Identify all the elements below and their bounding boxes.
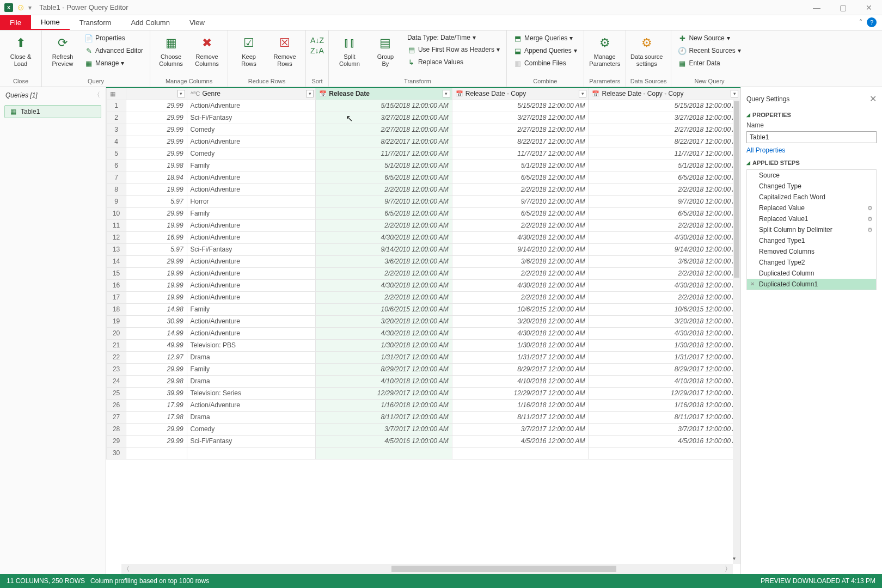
advanced-editor-button[interactable]: ✎Advanced Editor <box>82 45 145 56</box>
recent-sources-button[interactable]: 🕘Recent Sources ▾ <box>676 45 743 56</box>
split-column-button[interactable]: ⫿⫿SplitColumn <box>333 33 366 68</box>
table-row[interactable]: 1216.99Action/Adventure4/30/2018 12:00:0… <box>107 231 740 243</box>
table-row[interactable]: 2429.98Drama4/10/2018 12:00:00 AM4/10/20… <box>107 375 740 387</box>
gear-icon[interactable]: ⚙ <box>867 216 873 223</box>
table-row[interactable]: 2717.98Drama8/11/2017 12:00:00 AM8/11/20… <box>107 411 740 423</box>
collapse-ribbon-icon[interactable]: ˄ <box>859 19 862 26</box>
applied-step[interactable]: Replaced Value1⚙ <box>747 213 876 224</box>
applied-step[interactable]: Changed Type <box>747 181 876 192</box>
keep-rows-button[interactable]: ☑KeepRows <box>232 33 265 68</box>
table-row[interactable]: 95.97Horror9/7/2010 12:00:00 AM9/7/2010 … <box>107 195 740 207</box>
table-row[interactable]: 129.99Action/Adventure5/15/2018 12:00:00… <box>107 100 740 112</box>
sort-asc-icon[interactable]: A↓Z <box>310 36 324 45</box>
group-transform: Transform <box>333 77 502 84</box>
new-source-button[interactable]: ✚New Source ▾ <box>676 33 743 44</box>
remove-rows-button[interactable]: ☒RemoveRows <box>268 33 301 68</box>
append-queries-button[interactable]: ⬓Append Queries ▾ <box>511 45 579 56</box>
column-header-release-date[interactable]: 📅Release Date▾ <box>316 88 452 100</box>
column-header-price[interactable]: ▾ <box>126 88 187 100</box>
merge-queries-button[interactable]: ⬒Merge Queries ▾ <box>511 33 579 44</box>
applied-step[interactable]: Capitalized Each Word <box>747 192 876 203</box>
applied-step[interactable]: Split Column by Delimiter⚙ <box>747 224 876 235</box>
table-row[interactable]: 819.99Action/Adventure2/2/2018 12:00:00 … <box>107 183 740 195</box>
corner-cell[interactable]: ▦ <box>107 88 126 100</box>
table-row[interactable]: 529.99Comedy11/7/2017 12:00:00 AM11/7/20… <box>107 148 740 160</box>
table-row[interactable]: 1814.98Family10/6/2015 12:00:00 AM10/6/2… <box>107 303 740 315</box>
table-row[interactable]: 2829.99Comedy3/7/2017 12:00:00 AM3/7/201… <box>107 423 740 435</box>
properties-section[interactable]: PROPERTIES <box>746 112 877 118</box>
gear-icon[interactable]: ⚙ <box>867 226 873 234</box>
minimize-button[interactable]: — <box>807 1 826 14</box>
table-row[interactable]: 1619.99Action/Adventure4/30/2018 12:00:0… <box>107 279 740 291</box>
applied-step[interactable]: Duplicated Column <box>747 268 876 279</box>
tab-add-column[interactable]: Add Column <box>121 15 180 30</box>
applied-step[interactable]: Removed Columns <box>747 246 876 257</box>
manage-parameters-button[interactable]: ⚙ManageParameters <box>589 33 621 68</box>
table-row[interactable]: 2539.99Television: Series12/29/2017 12:0… <box>107 387 740 399</box>
tab-file[interactable]: File <box>0 15 31 30</box>
help-icon[interactable]: ? <box>867 17 877 27</box>
data-grid[interactable]: ▦ ▾ ᴬᴮCGenre▾ 📅Release Date▾ 📅Release Da… <box>106 87 740 574</box>
collapse-queries-icon[interactable]: 〈 <box>94 90 100 100</box>
smiley-icon[interactable]: ☺ <box>16 3 25 13</box>
query-item-table1[interactable]: ▦Table1 <box>4 105 101 118</box>
refresh-preview-button[interactable]: ⟳RefreshPreview <box>46 33 79 68</box>
column-header-release-date-copy[interactable]: 📅Release Date - Copy▾ <box>452 88 589 100</box>
table-row[interactable]: 429.99Action/Adventure8/22/2017 12:00:00… <box>107 136 740 148</box>
table-row[interactable]: 2014.99Action/Adventure4/30/2018 12:00:0… <box>107 327 740 339</box>
vertical-scrollbar[interactable]: ▴▾ <box>733 100 740 564</box>
table-row[interactable]: 2149.99Television: PBS1/30/2018 12:00:00… <box>107 339 740 351</box>
group-reduce-rows: Reduce Rows <box>232 77 301 84</box>
choose-columns-button[interactable]: ▦ChooseColumns <box>155 33 187 68</box>
table-row[interactable]: 2929.99Sci-Fi/Fantasy4/5/2016 12:00:00 A… <box>107 435 740 447</box>
column-header-release-date-copy-copy[interactable]: 📅Release Date - Copy - Copy▾ <box>589 88 740 100</box>
table-row[interactable]: 329.99Comedy2/27/2018 12:00:00 AM2/27/20… <box>107 124 740 136</box>
applied-step[interactable]: Source <box>747 170 876 181</box>
replace-values-button[interactable]: ↳Replace Values <box>405 57 502 68</box>
data-source-settings-button[interactable]: ⚙Data sourcesettings <box>630 33 663 68</box>
column-header-genre[interactable]: ᴬᴮCGenre▾ <box>187 88 316 100</box>
enter-data-button[interactable]: ▦Enter Data <box>676 58 743 69</box>
delete-step-icon[interactable]: ✕ <box>750 281 755 287</box>
tab-view[interactable]: View <box>180 15 215 30</box>
table-row[interactable]: 1119.99Action/Adventure2/2/2018 12:00:00… <box>107 219 740 231</box>
data-type-button[interactable]: Data Type: Date/Time ▾ <box>405 33 502 42</box>
table-row[interactable]: 135.97Sci-Fi/Fantasy9/14/2010 12:00:00 A… <box>107 243 740 255</box>
first-row-headers-button[interactable]: ▤Use First Row as Headers ▾ <box>405 44 502 55</box>
close-load-button[interactable]: ⬆Close &Load <box>4 33 37 68</box>
table-row[interactable]: 2617.99Action/Adventure1/16/2018 12:00:0… <box>107 399 740 411</box>
query-name-input[interactable] <box>746 131 877 143</box>
table-row[interactable]: 718.94Action/Adventure6/5/2018 12:00:00 … <box>107 171 740 183</box>
remove-columns-button[interactable]: ✖RemoveColumns <box>191 33 223 68</box>
close-settings-icon[interactable]: ✕ <box>869 94 877 104</box>
manage-button[interactable]: ▦Manage ▾ <box>82 58 145 69</box>
applied-step[interactable]: Duplicated Column1✕ <box>747 279 876 290</box>
dropdown-icon[interactable]: ▾ <box>28 4 32 11</box>
applied-steps-section[interactable]: APPLIED STEPS <box>746 160 877 166</box>
applied-step[interactable]: Changed Type2 <box>747 257 876 268</box>
table-row[interactable]: 229.99Sci-Fi/Fantasy3/27/2018 12:00:00 A… <box>107 112 740 124</box>
queries-pane: Queries [1]〈 ▦Table1 <box>0 87 106 574</box>
tab-home[interactable]: Home <box>31 15 70 30</box>
group-combine: Combine <box>511 77 579 84</box>
table-row[interactable]: 2212.97Drama1/31/2017 12:00:00 AM1/31/20… <box>107 351 740 363</box>
table-row[interactable]: 1719.99Action/Adventure2/2/2018 12:00:00… <box>107 291 740 303</box>
table-row[interactable]: 30 <box>107 447 740 459</box>
table-row[interactable]: 2329.99Family8/29/2017 12:00:00 AM8/29/2… <box>107 363 740 375</box>
table-row[interactable]: 619.98Family5/1/2018 12:00:00 AM5/1/2018… <box>107 160 740 171</box>
sort-desc-icon[interactable]: Z↓A <box>310 46 324 55</box>
all-properties-link[interactable]: All Properties <box>746 146 785 154</box>
tab-transform[interactable]: Transform <box>70 15 121 30</box>
group-by-button[interactable]: ▤GroupBy <box>369 33 402 68</box>
close-button[interactable]: ✕ <box>859 1 879 14</box>
horizontal-scrollbar[interactable]: 〈〉 <box>121 564 733 574</box>
properties-button[interactable]: 📄Properties <box>82 33 145 44</box>
table-row[interactable]: 1519.99Action/Adventure2/2/2018 12:00:00… <box>107 267 740 279</box>
table-row[interactable]: 1029.99Family6/5/2018 12:00:00 AM6/5/201… <box>107 207 740 219</box>
maximize-button[interactable]: ▢ <box>833 1 853 14</box>
applied-step[interactable]: Changed Type1 <box>747 235 876 246</box>
gear-icon[interactable]: ⚙ <box>867 205 873 212</box>
table-row[interactable]: 1930.99Action/Adventure3/20/2018 12:00:0… <box>107 315 740 327</box>
applied-step[interactable]: Replaced Value⚙ <box>747 203 876 213</box>
table-row[interactable]: 1429.99Action/Adventure3/6/2018 12:00:00… <box>107 255 740 267</box>
